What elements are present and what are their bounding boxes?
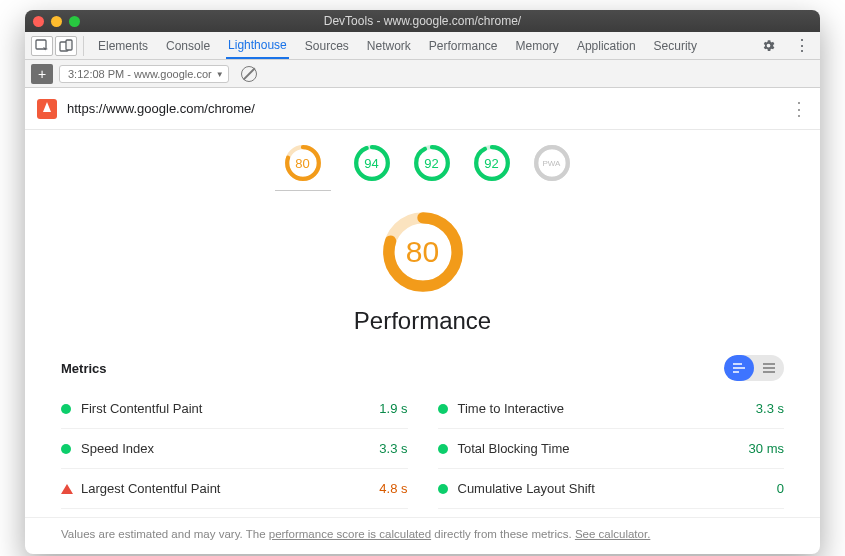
metric-status-icon (438, 444, 448, 454)
metrics-view-toggle[interactable] (724, 355, 784, 381)
window-minimize-button[interactable] (51, 16, 62, 27)
footnote-text: Values are estimated and may vary. The (61, 528, 269, 540)
devtools-window: DevTools - www.google.com/chrome/ Elemen… (25, 10, 820, 554)
metric-status-icon (61, 404, 71, 414)
new-report-button[interactable]: + (31, 64, 53, 84)
metric-value: 30 ms (749, 441, 784, 456)
view-toggle-detailed-icon[interactable] (724, 355, 754, 381)
metric-label: Speed Index (81, 441, 379, 456)
metric-value: 1.9 s (379, 401, 407, 416)
metric-status-icon (438, 404, 448, 414)
tab-network[interactable]: Network (365, 33, 413, 59)
tab-sources[interactable]: Sources (303, 33, 351, 59)
metrics-section: Metrics First Contentful Paint 1.9 s Tim… (25, 341, 820, 517)
category-gauge-1[interactable]: 94 (353, 144, 391, 182)
panel-tabs-row: ElementsConsoleLighthouseSourcesNetworkP… (25, 32, 820, 60)
window-title: DevTools - www.google.com/chrome/ (25, 14, 820, 28)
metric-label: Time to Interactive (458, 401, 756, 416)
tab-security[interactable]: Security (652, 33, 699, 59)
category-gauge-0[interactable]: 80 (284, 144, 322, 182)
tab-application[interactable]: Application (575, 33, 638, 59)
metric-label: First Contentful Paint (81, 401, 379, 416)
main-score-section: 80 Performance (25, 201, 820, 341)
category-gauges-row: 80 94 92 92 PWA (25, 130, 820, 201)
metric-row[interactable]: First Contentful Paint 1.9 s (61, 389, 408, 429)
tab-elements[interactable]: Elements (96, 33, 150, 59)
metric-value: 4.8 s (379, 481, 407, 496)
metric-row[interactable]: Time to Interactive 3.3 s (438, 389, 785, 429)
metric-label: Cumulative Layout Shift (458, 481, 777, 496)
category-gauge-2[interactable]: 92 (413, 144, 451, 182)
tab-performance[interactable]: Performance (427, 33, 500, 59)
metric-status-icon (61, 444, 71, 454)
more-menu-icon[interactable]: ⋮ (790, 35, 814, 57)
metric-row[interactable]: Speed Index 3.3 s (61, 429, 408, 469)
tab-console[interactable]: Console (164, 33, 212, 59)
lighthouse-toolbar: + 3:12:08 PM - www.google.cor (25, 60, 820, 88)
category-gauge-4[interactable]: PWA (533, 144, 571, 182)
window-close-button[interactable] (33, 16, 44, 27)
settings-gear-icon[interactable] (756, 35, 780, 57)
performance-title: Performance (25, 307, 820, 335)
metric-row[interactable]: Largest Contentful Paint 4.8 s (61, 469, 408, 509)
metric-value: 3.3 s (756, 401, 784, 416)
svg-point-12 (536, 147, 568, 179)
metrics-footnote: Values are estimated and may vary. The p… (25, 517, 820, 554)
window-titlebar: DevTools - www.google.com/chrome/ (25, 10, 820, 32)
metric-label: Largest Contentful Paint (81, 481, 379, 496)
metrics-grid: First Contentful Paint 1.9 s Time to Int… (61, 389, 784, 509)
tab-lighthouse[interactable]: Lighthouse (226, 32, 289, 59)
lighthouse-icon (37, 99, 57, 119)
svg-point-6 (356, 147, 388, 179)
metric-row[interactable]: Total Blocking Time 30 ms (438, 429, 785, 469)
metric-value: 0 (777, 481, 784, 496)
metric-status-icon (61, 484, 73, 494)
report-url: https://www.google.com/chrome/ (67, 101, 790, 116)
footnote-text-2: directly from these metrics. (431, 528, 575, 540)
svg-point-10 (476, 147, 508, 179)
tab-memory[interactable]: Memory (514, 33, 561, 59)
panel-tabs: ElementsConsoleLighthouseSourcesNetworkP… (96, 32, 754, 59)
metric-row[interactable]: Cumulative Layout Shift 0 (438, 469, 785, 509)
svg-rect-2 (66, 40, 72, 50)
report-select[interactable]: 3:12:08 PM - www.google.cor (59, 65, 229, 83)
metric-status-icon (438, 484, 448, 494)
metric-value: 3.3 s (379, 441, 407, 456)
svg-point-8 (416, 147, 448, 179)
report-url-row: https://www.google.com/chrome/ ⋮ (25, 88, 820, 130)
category-gauge-3[interactable]: 92 (473, 144, 511, 182)
footnote-link-calc[interactable]: See calculator. (575, 528, 650, 540)
performance-gauge: 80 (382, 211, 464, 293)
inspect-element-icon[interactable] (31, 36, 53, 56)
clear-icon[interactable] (241, 66, 257, 82)
metrics-heading: Metrics (61, 361, 107, 376)
footnote-link-score[interactable]: performance score is calculated (269, 528, 431, 540)
view-toggle-compact-icon[interactable] (754, 355, 784, 381)
window-zoom-button[interactable] (69, 16, 80, 27)
report-menu-icon[interactable]: ⋮ (790, 98, 808, 120)
metric-label: Total Blocking Time (458, 441, 749, 456)
device-toolbar-icon[interactable] (55, 36, 77, 56)
